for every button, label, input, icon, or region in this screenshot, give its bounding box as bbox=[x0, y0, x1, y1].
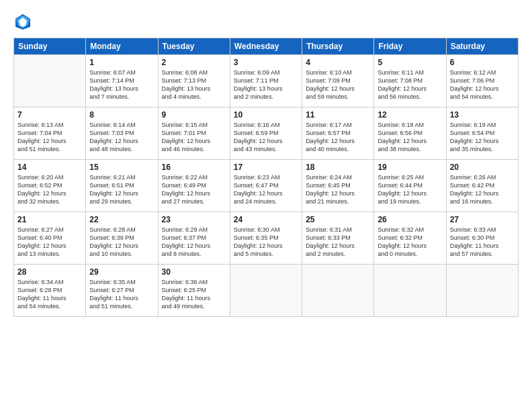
page: SundayMondayTuesdayWednesdayThursdayFrid… bbox=[0, 0, 532, 411]
calendar-cell: 16Sunrise: 6:22 AM Sunset: 6:49 PM Dayli… bbox=[158, 160, 230, 212]
day-info: Sunrise: 6:28 AM Sunset: 6:39 PM Dayligh… bbox=[89, 226, 154, 259]
day-number: 7 bbox=[17, 110, 82, 120]
col-header-tuesday: Tuesday bbox=[158, 38, 230, 55]
day-info: Sunrise: 6:10 AM Sunset: 7:09 PM Dayligh… bbox=[306, 68, 370, 101]
logo-icon bbox=[13, 12, 32, 31]
day-number: 30 bbox=[162, 267, 226, 277]
calendar-cell: 19Sunrise: 6:25 AM Sunset: 6:44 PM Dayli… bbox=[374, 160, 446, 212]
calendar-week-row: 7Sunrise: 6:13 AM Sunset: 7:04 PM Daylig… bbox=[14, 107, 519, 160]
day-number: 5 bbox=[378, 58, 442, 67]
day-number: 24 bbox=[234, 215, 298, 224]
day-info: Sunrise: 6:08 AM Sunset: 7:13 PM Dayligh… bbox=[162, 68, 226, 101]
calendar-cell: 30Sunrise: 6:36 AM Sunset: 6:25 PM Dayli… bbox=[158, 265, 230, 317]
day-number: 28 bbox=[17, 267, 82, 277]
day-info: Sunrise: 6:27 AM Sunset: 6:40 PM Dayligh… bbox=[17, 226, 82, 259]
day-number: 23 bbox=[162, 215, 226, 224]
calendar-cell: 15Sunrise: 6:21 AM Sunset: 6:51 PM Dayli… bbox=[86, 160, 158, 212]
day-number: 3 bbox=[234, 58, 298, 67]
logo bbox=[13, 12, 35, 31]
calendar-cell bbox=[14, 55, 86, 107]
calendar-cell: 27Sunrise: 6:33 AM Sunset: 6:30 PM Dayli… bbox=[446, 212, 518, 265]
calendar-cell: 9Sunrise: 6:15 AM Sunset: 7:01 PM Daylig… bbox=[158, 107, 230, 160]
day-number: 11 bbox=[306, 110, 370, 120]
day-number: 15 bbox=[89, 163, 154, 172]
day-info: Sunrise: 6:23 AM Sunset: 6:47 PM Dayligh… bbox=[234, 173, 298, 206]
day-info: Sunrise: 6:15 AM Sunset: 7:01 PM Dayligh… bbox=[162, 121, 226, 154]
day-info: Sunrise: 6:17 AM Sunset: 6:57 PM Dayligh… bbox=[306, 121, 370, 154]
calendar-cell bbox=[374, 265, 446, 317]
day-info: Sunrise: 6:11 AM Sunset: 7:08 PM Dayligh… bbox=[378, 68, 442, 101]
day-info: Sunrise: 6:35 AM Sunset: 6:27 PM Dayligh… bbox=[89, 278, 154, 311]
day-number: 22 bbox=[89, 215, 154, 224]
day-number: 19 bbox=[378, 163, 442, 172]
calendar-cell: 28Sunrise: 6:34 AM Sunset: 6:28 PM Dayli… bbox=[14, 265, 86, 317]
day-number: 26 bbox=[378, 215, 442, 224]
header bbox=[13, 12, 519, 31]
calendar-cell: 1Sunrise: 6:07 AM Sunset: 7:14 PM Daylig… bbox=[86, 55, 158, 107]
day-number: 29 bbox=[89, 267, 154, 277]
col-header-thursday: Thursday bbox=[302, 38, 374, 55]
calendar-cell: 25Sunrise: 6:31 AM Sunset: 6:33 PM Dayli… bbox=[302, 212, 374, 265]
col-header-saturday: Saturday bbox=[446, 38, 518, 55]
day-number: 18 bbox=[306, 163, 370, 172]
col-header-friday: Friday bbox=[374, 38, 446, 55]
calendar-week-row: 21Sunrise: 6:27 AM Sunset: 6:40 PM Dayli… bbox=[14, 212, 519, 265]
calendar-table: SundayMondayTuesdayWednesdayThursdayFrid… bbox=[13, 38, 519, 317]
calendar-cell: 22Sunrise: 6:28 AM Sunset: 6:39 PM Dayli… bbox=[86, 212, 158, 265]
calendar-cell: 20Sunrise: 6:26 AM Sunset: 6:42 PM Dayli… bbox=[446, 160, 518, 212]
day-info: Sunrise: 6:31 AM Sunset: 6:33 PM Dayligh… bbox=[306, 226, 370, 259]
day-info: Sunrise: 6:30 AM Sunset: 6:35 PM Dayligh… bbox=[234, 226, 298, 259]
calendar-cell: 29Sunrise: 6:35 AM Sunset: 6:27 PM Dayli… bbox=[86, 265, 158, 317]
day-info: Sunrise: 6:21 AM Sunset: 6:51 PM Dayligh… bbox=[89, 173, 154, 206]
calendar-cell bbox=[446, 265, 518, 317]
calendar-header-row: SundayMondayTuesdayWednesdayThursdayFrid… bbox=[14, 38, 519, 55]
calendar-cell bbox=[230, 265, 302, 317]
calendar-cell: 3Sunrise: 6:09 AM Sunset: 7:11 PM Daylig… bbox=[230, 55, 302, 107]
calendar-cell bbox=[302, 265, 374, 317]
day-info: Sunrise: 6:33 AM Sunset: 6:30 PM Dayligh… bbox=[450, 226, 515, 259]
calendar-cell: 12Sunrise: 6:18 AM Sunset: 6:56 PM Dayli… bbox=[374, 107, 446, 160]
day-info: Sunrise: 6:12 AM Sunset: 7:06 PM Dayligh… bbox=[450, 68, 515, 101]
col-header-monday: Monday bbox=[86, 38, 158, 55]
day-info: Sunrise: 6:29 AM Sunset: 6:37 PM Dayligh… bbox=[162, 226, 226, 259]
col-header-sunday: Sunday bbox=[14, 38, 86, 55]
day-number: 12 bbox=[378, 110, 442, 120]
day-number: 10 bbox=[234, 110, 298, 120]
calendar-cell: 18Sunrise: 6:24 AM Sunset: 6:45 PM Dayli… bbox=[302, 160, 374, 212]
calendar-cell: 13Sunrise: 6:19 AM Sunset: 6:54 PM Dayli… bbox=[446, 107, 518, 160]
day-number: 1 bbox=[89, 58, 154, 67]
day-number: 4 bbox=[306, 58, 370, 67]
day-info: Sunrise: 6:20 AM Sunset: 6:52 PM Dayligh… bbox=[17, 173, 82, 206]
day-info: Sunrise: 6:36 AM Sunset: 6:25 PM Dayligh… bbox=[162, 278, 226, 311]
day-info: Sunrise: 6:32 AM Sunset: 6:32 PM Dayligh… bbox=[378, 226, 442, 259]
day-number: 27 bbox=[450, 215, 515, 224]
day-info: Sunrise: 6:26 AM Sunset: 6:42 PM Dayligh… bbox=[450, 173, 515, 206]
day-info: Sunrise: 6:19 AM Sunset: 6:54 PM Dayligh… bbox=[450, 121, 515, 154]
day-number: 9 bbox=[162, 110, 226, 120]
calendar-cell: 14Sunrise: 6:20 AM Sunset: 6:52 PM Dayli… bbox=[14, 160, 86, 212]
calendar-week-row: 1Sunrise: 6:07 AM Sunset: 7:14 PM Daylig… bbox=[14, 55, 519, 107]
calendar-cell: 23Sunrise: 6:29 AM Sunset: 6:37 PM Dayli… bbox=[158, 212, 230, 265]
calendar-cell: 4Sunrise: 6:10 AM Sunset: 7:09 PM Daylig… bbox=[302, 55, 374, 107]
calendar-week-row: 28Sunrise: 6:34 AM Sunset: 6:28 PM Dayli… bbox=[14, 265, 519, 317]
day-info: Sunrise: 6:18 AM Sunset: 6:56 PM Dayligh… bbox=[378, 121, 442, 154]
calendar-cell: 7Sunrise: 6:13 AM Sunset: 7:04 PM Daylig… bbox=[14, 107, 86, 160]
day-info: Sunrise: 6:22 AM Sunset: 6:49 PM Dayligh… bbox=[162, 173, 226, 206]
calendar-cell: 6Sunrise: 6:12 AM Sunset: 7:06 PM Daylig… bbox=[446, 55, 518, 107]
calendar-week-row: 14Sunrise: 6:20 AM Sunset: 6:52 PM Dayli… bbox=[14, 160, 519, 212]
calendar-cell: 10Sunrise: 6:16 AM Sunset: 6:59 PM Dayli… bbox=[230, 107, 302, 160]
calendar-cell: 2Sunrise: 6:08 AM Sunset: 7:13 PM Daylig… bbox=[158, 55, 230, 107]
calendar-cell: 24Sunrise: 6:30 AM Sunset: 6:35 PM Dayli… bbox=[230, 212, 302, 265]
day-number: 13 bbox=[450, 110, 515, 120]
day-number: 25 bbox=[306, 215, 370, 224]
day-number: 20 bbox=[450, 163, 515, 172]
day-info: Sunrise: 6:13 AM Sunset: 7:04 PM Dayligh… bbox=[17, 121, 82, 154]
day-number: 8 bbox=[89, 110, 154, 120]
day-number: 14 bbox=[17, 163, 82, 172]
calendar-cell: 21Sunrise: 6:27 AM Sunset: 6:40 PM Dayli… bbox=[14, 212, 86, 265]
day-number: 2 bbox=[162, 58, 226, 67]
day-info: Sunrise: 6:24 AM Sunset: 6:45 PM Dayligh… bbox=[306, 173, 370, 206]
day-info: Sunrise: 6:14 AM Sunset: 7:03 PM Dayligh… bbox=[89, 121, 154, 154]
calendar-cell: 5Sunrise: 6:11 AM Sunset: 7:08 PM Daylig… bbox=[374, 55, 446, 107]
day-number: 21 bbox=[17, 215, 82, 224]
